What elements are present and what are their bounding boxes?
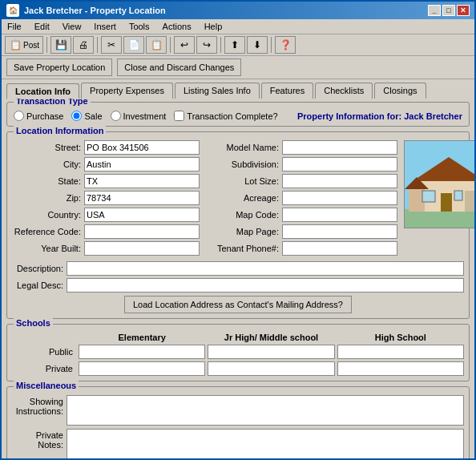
refcode-input[interactable] — [84, 224, 200, 239]
mapcode-row: Map Code: — [206, 208, 397, 222]
private-elementary-input[interactable] — [79, 361, 205, 376]
print-button[interactable]: 🖨 — [73, 36, 94, 54]
cut-icon: ✂ — [105, 38, 118, 51]
state-label: State: — [12, 176, 84, 186]
sale-option[interactable]: Sale — [71, 111, 102, 121]
modelname-label: Model Name: — [206, 143, 282, 152]
tenantphone-input[interactable] — [282, 241, 397, 256]
city-input[interactable] — [84, 157, 200, 171]
close-button[interactable]: ✕ — [457, 5, 470, 16]
house-illustration — [405, 141, 474, 228]
save-toolbar-button[interactable]: 💾 — [50, 36, 71, 54]
up-button[interactable]: ⬆ — [224, 36, 245, 54]
sale-radio[interactable] — [71, 111, 82, 121]
menu-help[interactable]: Help — [202, 21, 225, 32]
complete-checkbox[interactable] — [174, 111, 184, 121]
action-bar: Save Property Location Close and Discard… — [2, 56, 474, 79]
private-jrhigh-input[interactable] — [208, 361, 334, 376]
tab-checklists[interactable]: Checklists — [315, 83, 373, 99]
location-info-group: Location Information Street: City: State… — [6, 131, 470, 319]
showing-textarea[interactable] — [67, 395, 464, 426]
investment-radio[interactable] — [111, 111, 121, 121]
description-input[interactable] — [67, 261, 464, 276]
schools-group: Schools Elementary Jr High/ Middle schoo… — [6, 324, 470, 381]
tab-bar: Location Info Property Expenses Listing … — [2, 79, 474, 99]
toolbar-sep3 — [170, 37, 171, 53]
menu-actions[interactable]: Actions — [160, 21, 194, 32]
mapcode-input[interactable] — [282, 208, 397, 222]
state-input[interactable] — [84, 174, 200, 188]
transaction-type-group: Transaction Type Purchase Sale Investmen… — [6, 102, 470, 127]
tab-features[interactable]: Features — [261, 83, 313, 99]
street-input[interactable] — [84, 140, 200, 155]
paste-button[interactable]: 📋 — [146, 36, 167, 54]
menu-insert[interactable]: Insert — [91, 21, 119, 32]
zip-row: Zip: — [12, 191, 200, 205]
load-address-button[interactable]: Load Location Address as Contact's Maili… — [124, 296, 352, 313]
public-highschool-input[interactable] — [337, 345, 464, 359]
content-area: Transaction Type Purchase Sale Investmen… — [2, 99, 474, 458]
jrhigh-header: Jr High/ Middle school — [208, 333, 334, 342]
post-button[interactable]: 📋 Post — [5, 36, 43, 54]
private-notes-label: Private Notes: — [12, 429, 67, 450]
menu-edit[interactable]: Edit — [32, 21, 52, 32]
menu-view[interactable]: View — [60, 21, 84, 32]
toolbar: 📋 Post 💾 🖨 ✂ 📄 📋 ↩ ↪ ⬆ ⬇ — [2, 34, 474, 56]
help-button[interactable]: ❓ — [275, 36, 296, 54]
legaldesc-input[interactable] — [67, 278, 464, 293]
lotsize-input[interactable] — [282, 174, 397, 188]
public-elementary-input[interactable] — [79, 345, 205, 359]
private-highschool-input[interactable] — [337, 361, 464, 376]
copy-button[interactable]: 📄 — [123, 36, 144, 54]
purchase-option[interactable]: Purchase — [14, 111, 63, 121]
private-notes-textarea[interactable] — [67, 429, 464, 458]
yearbuilt-input[interactable] — [84, 241, 200, 256]
highschool-header: High School — [337, 333, 464, 342]
menu-file[interactable]: File — [5, 21, 24, 32]
maximize-button[interactable]: □ — [442, 5, 455, 16]
close-discard-button[interactable]: Close and Discard Changes — [117, 59, 241, 76]
paste-icon: 📋 — [150, 38, 163, 51]
load-btn-container: Load Location Address as Contact's Maili… — [12, 296, 464, 313]
help-icon: ❓ — [279, 38, 292, 51]
redo-button[interactable]: ↪ — [196, 36, 217, 54]
tab-location-info[interactable]: Location Info — [6, 83, 79, 99]
cut-button[interactable]: ✂ — [101, 36, 122, 54]
location-grid: Street: City: State: Zip: — [12, 135, 464, 258]
mappage-input[interactable] — [282, 224, 397, 239]
minimize-button[interactable]: _ — [428, 5, 441, 16]
mappage-label: Map Page: — [206, 227, 282, 236]
down-icon: ⬇ — [251, 38, 264, 51]
city-row: City: — [12, 157, 200, 171]
menu-tools[interactable]: Tools — [127, 21, 152, 32]
investment-option[interactable]: Investment — [111, 111, 167, 121]
country-label: Country: — [12, 210, 84, 220]
tab-closings[interactable]: Closings — [374, 83, 426, 99]
schools-grid: Elementary Jr High/ Middle school High S… — [12, 328, 464, 376]
toolbar-sep4 — [220, 37, 221, 53]
complete-option[interactable]: Transaction Complete? — [174, 111, 277, 121]
location-middle: Model Name: Subdivision: Lot Size: Acrea… — [206, 140, 397, 258]
save-location-button[interactable]: Save Property Location — [6, 59, 112, 76]
transaction-type-label: Transaction Type — [14, 99, 91, 106]
purchase-radio[interactable] — [14, 111, 24, 121]
redo-icon: ↪ — [200, 38, 213, 51]
title-bar: 🏠 Jack Bretcher - Property Location _ □ … — [2, 2, 474, 19]
mappage-row: Map Page: — [206, 224, 397, 239]
subdivision-input[interactable] — [282, 157, 397, 171]
tab-property-expenses[interactable]: Property Expenses — [81, 83, 173, 99]
lotsize-row: Lot Size: — [206, 174, 397, 188]
toolbar-sep5 — [271, 37, 272, 53]
public-jrhigh-input[interactable] — [208, 345, 334, 359]
zip-input[interactable] — [84, 191, 200, 205]
modelname-row: Model Name: — [206, 140, 397, 155]
down-button[interactable]: ⬇ — [247, 36, 268, 54]
tab-listing-sales[interactable]: Listing Sales Info — [175, 83, 260, 99]
modelname-input[interactable] — [282, 140, 397, 155]
acreage-input[interactable] — [282, 191, 397, 205]
title-bar-left: 🏠 Jack Bretcher - Property Location — [6, 4, 166, 17]
undo-button[interactable]: ↩ — [174, 36, 195, 54]
country-input[interactable] — [84, 208, 200, 222]
misc-grid: Showing Instructions: Private Notes: — [12, 390, 464, 458]
zip-label: Zip: — [12, 193, 84, 203]
